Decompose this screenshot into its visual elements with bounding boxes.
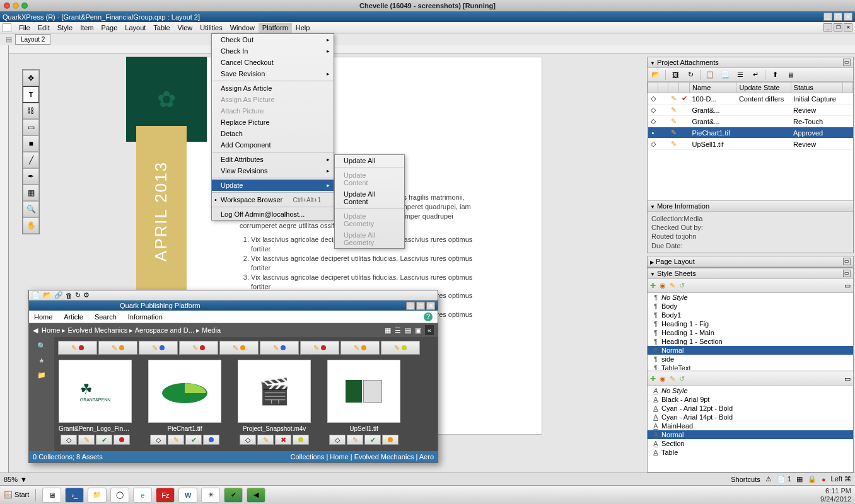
help-icon[interactable]: ? — [424, 312, 433, 321]
toolbar-icon[interactable]: 📃 — [719, 69, 731, 81]
search-icon[interactable]: 🔍 — [37, 342, 46, 350]
task-qxp[interactable]: ✔ — [224, 488, 243, 503]
page-nav[interactable]: 📄 1 — [777, 475, 791, 483]
asset-status-chip[interactable]: ✖ — [275, 435, 291, 445]
start-button[interactable]: 🪟 Start — [4, 491, 29, 499]
menu-utilities[interactable]: Utilities — [196, 23, 226, 33]
qpp-tool-icon[interactable]: 🗑 — [66, 292, 73, 299]
qpp-tool-icon[interactable]: ⚙ — [83, 291, 90, 299]
back-arrow-icon[interactable]: ◀ — [33, 326, 38, 335]
toolbar-icon[interactable]: ↵ — [750, 69, 761, 81]
move-tool[interactable]: ✥ — [23, 70, 39, 86]
qpp-min-button[interactable]: _ — [406, 302, 415, 310]
style-row[interactable]: ANo Style — [648, 386, 853, 395]
panel-close-button[interactable]: ▭ — [843, 270, 851, 277]
filter-chip[interactable]: ✎ — [260, 341, 299, 355]
qpp-tab[interactable]: Article — [64, 313, 83, 321]
breadcrumb-item[interactable]: Aerospace and D... — [135, 326, 194, 334]
min-button[interactable]: _ — [823, 13, 832, 21]
menu-item[interactable]: Cancel Checkout — [212, 57, 334, 68]
task-app[interactable]: ✳ — [201, 488, 220, 503]
asset-status-chip[interactable]: ◇ — [61, 435, 77, 445]
lock-icon[interactable]: 🔒 — [808, 475, 817, 483]
view-detail-icon[interactable]: ▤ — [405, 326, 411, 335]
filter-chip[interactable]: ✎ — [381, 341, 420, 355]
qpp-tool-icon[interactable]: 🔗 — [54, 291, 63, 299]
tool-collapse[interactable]: ▭ — [844, 282, 851, 290]
task-desktop[interactable]: 🖥 — [42, 488, 61, 503]
line-tool[interactable]: ╱ — [23, 152, 39, 168]
menu-file[interactable]: File — [15, 23, 34, 33]
mdi-restore-button[interactable]: ❐ — [834, 23, 842, 32]
zoom-tool[interactable]: 🔍 — [23, 201, 39, 217]
style-row[interactable]: ¶Body1 — [648, 311, 853, 319]
toolbar-icon[interactable]: ↻ — [685, 69, 696, 81]
app-icon[interactable] — [3, 23, 11, 32]
link-tool[interactable]: ⛓ — [23, 103, 39, 119]
filter-chip[interactable]: ✎ — [219, 341, 259, 355]
filter-chip[interactable]: ✎ — [139, 341, 178, 355]
filter-chip[interactable]: ✎ — [340, 341, 380, 355]
pen-tool[interactable]: ✒ — [23, 168, 39, 185]
menu-item[interactable]: Workspace BrowserCtrl+Alt+1 — [212, 194, 334, 205]
record-icon[interactable]: ● — [822, 476, 826, 483]
panel-close-button[interactable]: ▭ — [843, 258, 851, 265]
breadcrumb-item[interactable]: Evolved Mechanics — [67, 326, 127, 334]
task-word[interactable]: W — [178, 488, 197, 503]
table-row[interactable]: ◇✎Grant&...Re-Touch — [648, 116, 853, 127]
box-tool[interactable]: ▭ — [23, 119, 39, 135]
table-row[interactable]: ◇✎UpSell1.tifReview — [648, 139, 853, 150]
disclosure-icon[interactable] — [650, 59, 657, 66]
edit-icon[interactable]: ✎ — [670, 375, 675, 383]
toolbar-icon[interactable]: 📋 — [704, 69, 716, 81]
panel-close-button[interactable]: ▭ — [843, 59, 851, 66]
menu-item[interactable]: Log Off Admin@localhost... — [212, 209, 334, 220]
style-row[interactable]: ATable — [648, 448, 853, 457]
collapse-breadcrumb-icon[interactable]: « — [425, 325, 434, 335]
table-header[interactable] — [668, 83, 679, 93]
asset-status-chip[interactable]: ✔ — [96, 435, 112, 445]
style-row[interactable]: ACyan - Arial 12pt - Bold — [648, 404, 853, 413]
style-row[interactable]: ¶Heading 1 - Section — [648, 337, 853, 346]
style-row[interactable]: ¶side — [648, 355, 853, 364]
style-row[interactable]: ¶Normal — [648, 346, 853, 355]
raster-icon[interactable]: ▦ — [796, 475, 803, 483]
style-row[interactable]: ACyan - Arial 14pt - Bold — [648, 413, 853, 421]
table-header[interactable] — [658, 83, 668, 93]
menu-view[interactable]: View — [174, 23, 197, 33]
breadcrumb-item[interactable]: Media — [202, 326, 221, 334]
close-button[interactable]: ✕ — [844, 13, 852, 21]
qpp-max-button[interactable]: □ — [416, 302, 425, 310]
asset-status-chip[interactable]: ◇ — [329, 435, 346, 445]
view-film-icon[interactable]: ▣ — [415, 326, 421, 335]
menu-platform[interactable]: Platform — [259, 23, 292, 33]
shortcuts-button[interactable]: Shortcuts — [731, 476, 760, 483]
asset-item[interactable]: UpSell1.tif◇✎✔ — [327, 360, 401, 445]
layout-tab[interactable]: Layout 2 — [15, 34, 50, 45]
mdi-close-button[interactable]: ✕ — [844, 23, 852, 32]
toolbar-icon[interactable]: 📂 — [650, 69, 661, 81]
restore-button[interactable]: ❐ — [834, 13, 842, 21]
layout-tab-handle[interactable]: ▤ — [3, 35, 15, 43]
style-row[interactable]: ¶TableText — [648, 364, 853, 370]
menu-item[interactable]: Update All Content — [335, 188, 404, 207]
style-row[interactable]: AMainHead — [648, 421, 853, 430]
menu-layout[interactable]: Layout — [121, 23, 149, 33]
asset-status-chip[interactable] — [382, 435, 398, 445]
qpp-tab[interactable]: Home — [34, 313, 52, 321]
menu-item[interactable]: Edit Attributes — [212, 154, 334, 165]
asset-status-chip[interactable]: ✎ — [78, 435, 95, 445]
qpp-tab[interactable]: Information — [128, 313, 163, 321]
menu-item[interactable]: Check Out — [212, 34, 334, 45]
table-row[interactable]: ◇✎✔100-D...Content differsInitial Captur… — [648, 93, 853, 105]
asset-status-chip[interactable] — [293, 435, 309, 445]
menu-item[interactable]: Item — [76, 23, 97, 33]
menu-help[interactable]: Help — [292, 23, 314, 33]
box-fill-tool[interactable]: ■ — [23, 135, 39, 152]
style-row[interactable]: ASection — [648, 439, 853, 448]
disclosure-icon[interactable] — [650, 202, 657, 210]
text-tool[interactable]: T — [23, 86, 39, 103]
filter-chip[interactable]: ✎ — [58, 341, 97, 355]
asset-status-chip[interactable]: ✎ — [347, 435, 363, 445]
toolbar-icon[interactable]: ☰ — [735, 69, 746, 81]
